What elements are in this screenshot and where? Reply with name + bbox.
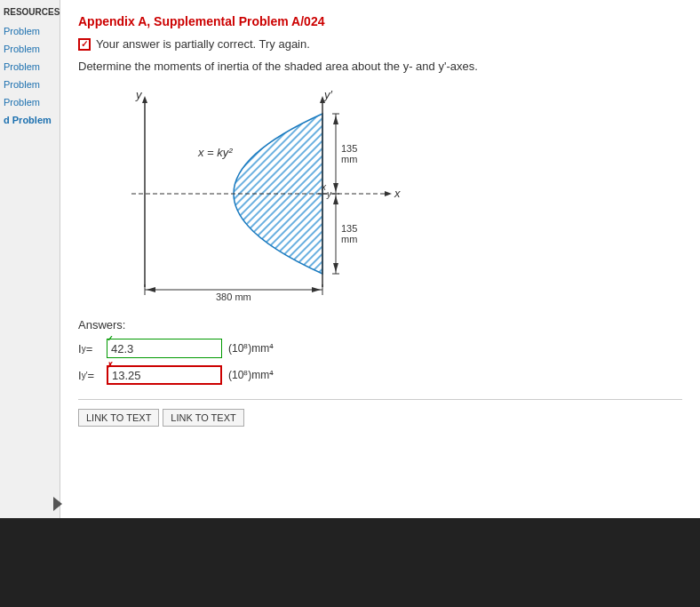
iy-prime-unit: (10⁸)mm⁴ <box>228 369 274 381</box>
dim-top-arrow-top <box>333 116 338 124</box>
iy-input-wrapper: ✓ <box>107 339 222 358</box>
dim-bottom-unit: mm <box>341 234 357 244</box>
iy-unit: (10⁸)mm⁴ <box>228 342 274 355</box>
dim-bottom-arrow-top <box>333 196 338 204</box>
sidebar-item-problem-1[interactable]: Problem <box>4 26 56 36</box>
sidebar-item-problem-3[interactable]: Problem <box>4 61 56 72</box>
sidebar: RESOURCES Problem Problem Problem Proble… <box>0 0 60 607</box>
iy-prime-input[interactable] <box>107 365 222 385</box>
status-text: Your answer is partially correct. Try ag… <box>96 37 310 51</box>
origin-y-label: y <box>326 189 332 199</box>
x-label: x <box>394 187 401 200</box>
link-text-button-1[interactable]: LINK TO TEXT <box>78 409 159 427</box>
problem-description: Determine the moments of inertia of the … <box>78 60 682 73</box>
bottom-bar <box>0 518 700 607</box>
sidebar-header: RESOURCES <box>4 7 56 17</box>
iy-prime-input-wrapper: ✗ <box>107 365 222 385</box>
sidebar-item-problem-2[interactable]: Problem <box>4 44 56 54</box>
y-axis-arrow <box>142 96 147 103</box>
dim-width-arrow-right <box>312 287 321 292</box>
status-banner: Your answer is partially correct. Try ag… <box>78 37 682 51</box>
dim-bottom-arrow-bottom <box>333 263 338 272</box>
iy-prime-incorrect-badge: ✗ <box>105 360 115 371</box>
answers-label: Answers: <box>78 318 682 331</box>
sidebar-item-problem-d[interactable]: d Problem <box>4 115 56 125</box>
sidebar-expand-arrow[interactable] <box>53 497 62 511</box>
dim-bottom-value: 135 <box>341 223 357 234</box>
x-axis-arrow <box>385 191 392 196</box>
dim-width-arrow-left <box>147 287 155 292</box>
dim-top-arrow-bottom <box>333 183 338 192</box>
origin-x-label: x <box>321 182 327 192</box>
sidebar-item-problem-5[interactable]: Problem <box>4 97 56 108</box>
partial-correct-icon <box>78 38 91 51</box>
diagram-container: y y′ x y x x = ky² 135 mm <box>96 87 416 300</box>
dim-top-unit: mm <box>341 154 357 164</box>
iy-input[interactable] <box>107 339 222 358</box>
sidebar-item-problem-4[interactable]: Problem <box>4 79 56 90</box>
dim-width-value: 380 mm <box>216 292 251 300</box>
y-prime-label: y′ <box>323 88 333 101</box>
iy-correct-badge: ✓ <box>105 333 115 344</box>
dim-top-value: 135 <box>341 143 357 154</box>
answer-row-iy: Iy = ✓ (10⁸)mm⁴ <box>78 339 682 358</box>
buttons-row: LINK TO TEXT LINK TO TEXT <box>78 399 682 427</box>
page-title: Appendix A, Supplemental Problem A/024 <box>78 14 682 28</box>
diagram-svg: y y′ x y x x = ky² 135 mm <box>96 87 416 300</box>
equation-label: x = ky² <box>197 146 233 159</box>
iy-prime-label: Iy' = <box>78 369 103 382</box>
y-label: y <box>135 88 143 101</box>
iy-label: Iy = <box>78 342 103 355</box>
main-content: Appendix A, Supplemental Problem A/024 Y… <box>60 0 700 607</box>
answer-row-iy-prime: Iy' = ✗ (10⁸)mm⁴ <box>78 365 682 385</box>
answers-section: Answers: Iy = ✓ (10⁸)mm⁴ Iy' = ✗ (10⁸)mm… <box>78 318 682 385</box>
link-text-button-2[interactable]: LINK TO TEXT <box>163 409 243 427</box>
